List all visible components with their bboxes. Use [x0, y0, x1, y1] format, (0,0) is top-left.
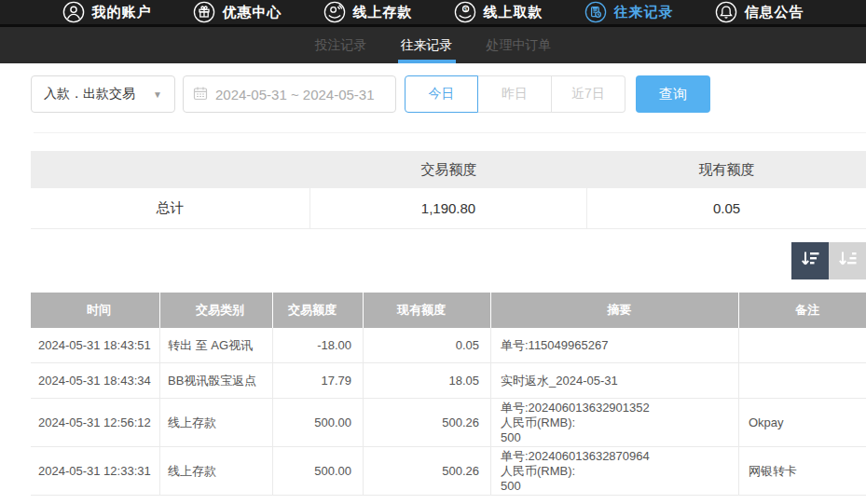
user-icon: [62, 1, 85, 23]
nav-item-promotions[interactable]: 优惠中心: [193, 1, 282, 23]
announcement-icon: [715, 1, 737, 23]
nav-item-online-deposit[interactable]: 线上存款: [323, 1, 413, 23]
sort-ascending-icon: [836, 248, 859, 274]
sort-descending-icon: [799, 248, 821, 274]
summary-line: 单号:202406013632870964: [501, 449, 650, 464]
cell-balance: 18.05: [364, 363, 491, 398]
cell-amount: 500.00: [273, 399, 364, 446]
nav-label: 信息公告: [745, 4, 804, 21]
sort-ascending-button[interactable]: [829, 242, 866, 279]
cell-summary: 单号:202406013632870964 人民币(RMB): 500: [491, 447, 739, 495]
nav-label: 我的账户: [92, 4, 152, 21]
cell-amount: 500.00: [273, 447, 364, 495]
summary-line: 500: [501, 479, 521, 494]
transactions-table: 时间 交易类别 交易额度 现有额度 摘要 备注 2024-05-31 18:43…: [31, 293, 866, 496]
cell-type: 线上存款: [160, 399, 273, 446]
calendar-icon: [193, 86, 208, 103]
summary-header-row: 交易额度 现有额度: [31, 151, 866, 188]
summary-header-amount: 交易额度: [310, 161, 587, 179]
filter-bar: 入款．出款交易 ▼ 2024-05-31 ~ 2024-05-31 今日 昨日 …: [31, 75, 866, 113]
table-row: 2024-05-31 18:43:51 转出 至 AG视讯 -18.00 0.0…: [31, 328, 866, 363]
summary-line: 人民币(RMB):: [501, 415, 575, 430]
nav-item-online-withdrawal[interactable]: $ 线上取款: [454, 1, 543, 23]
nav-label: 线上存款: [353, 4, 413, 21]
record-tabs: 投注记录 往来记录 处理中订单: [0, 27, 866, 63]
cell-summary: 实时返水_2024-05-31: [491, 363, 739, 398]
nav-label: 线上取款: [484, 4, 543, 21]
header-amount: 交易额度: [273, 293, 364, 328]
summary-line: 500: [501, 430, 521, 445]
quick-date-buttons: 今日 昨日 近7日: [405, 75, 625, 113]
sort-controls: [0, 242, 866, 279]
sort-descending-button[interactable]: [791, 242, 829, 279]
total-amount: 1,190.80: [310, 188, 587, 228]
cell-remark: [739, 328, 866, 362]
nav-item-announcements[interactable]: 信息公告: [715, 1, 804, 23]
summary-table: 交易额度 现有额度 总计 1,190.80 0.05: [31, 151, 866, 229]
cell-amount: -18.00: [273, 328, 364, 362]
summary-total-row: 总计 1,190.80 0.05: [31, 188, 866, 229]
summary-line: 人民币(RMB):: [501, 464, 575, 479]
cell-remark: [739, 363, 866, 398]
total-label: 总计: [31, 188, 310, 228]
tab-transaction-records[interactable]: 往来记录: [399, 27, 455, 63]
summary-line: 单号:202406013632901352: [501, 401, 650, 415]
table-header-row: 时间 交易类别 交易额度 现有额度 摘要 备注: [31, 293, 866, 328]
cell-time: 2024-05-31 18:43:51: [31, 328, 160, 362]
cell-remark: Okpay: [739, 399, 866, 446]
cell-balance: 0.05: [364, 328, 491, 362]
header-balance: 现有额度: [364, 293, 491, 328]
cell-summary: 单号:202406013632901352 人民币(RMB): 500: [491, 399, 739, 446]
select-value: 入款．出款交易: [44, 86, 135, 102]
tab-betting-records[interactable]: 投注记录: [313, 27, 369, 63]
cell-type: 转出 至 AG视讯: [160, 328, 273, 362]
header-remark: 备注: [739, 293, 866, 328]
cell-summary: 单号:115049965267: [491, 328, 739, 362]
last-7-days-button[interactable]: 近7日: [552, 75, 625, 113]
transaction-type-select[interactable]: 入款．出款交易 ▼: [31, 75, 175, 113]
cell-time: 2024-05-31 12:33:31: [31, 447, 160, 495]
tab-processing-orders[interactable]: 处理中订单: [485, 27, 554, 63]
table-row: 2024-05-31 12:33:31 线上存款 500.00 500.26 单…: [31, 447, 866, 496]
header-summary: 摘要: [491, 293, 739, 328]
gift-icon: [193, 1, 215, 23]
top-navigation: 我的账户 优惠中心 线上存款 $ 线上取款: [0, 0, 866, 24]
date-range-input[interactable]: 2024-05-31 ~ 2024-05-31: [183, 75, 396, 113]
chevron-down-icon: ▼: [153, 89, 162, 100]
cell-balance: 500.26: [364, 399, 491, 446]
total-balance: 0.05: [587, 188, 866, 228]
cell-time: 2024-05-31 12:56:12: [31, 399, 160, 446]
nav-label: 往来记录: [614, 4, 674, 21]
cell-type: 线上存款: [160, 447, 273, 495]
cell-time: 2024-05-31 18:43:34: [31, 363, 160, 398]
records-icon: [584, 1, 607, 23]
today-button[interactable]: 今日: [405, 75, 478, 113]
deposit-icon: [323, 1, 346, 23]
table-row: 2024-05-31 12:56:12 线上存款 500.00 500.26 单…: [31, 399, 866, 447]
header-time: 时间: [31, 293, 160, 328]
cell-type: BB视讯骰宝返点: [160, 363, 273, 398]
cell-amount: 17.79: [273, 363, 364, 398]
section-divider: [34, 132, 866, 133]
cell-remark: 网银转卡: [739, 447, 866, 495]
summary-header-balance: 现有额度: [587, 161, 866, 179]
date-range-value: 2024-05-31 ~ 2024-05-31: [215, 87, 375, 102]
header-type: 交易类别: [160, 293, 273, 328]
yesterday-button[interactable]: 昨日: [478, 75, 552, 113]
nav-item-transaction-records[interactable]: 往来记录: [584, 1, 674, 23]
withdraw-icon: $: [454, 1, 476, 23]
nav-item-my-account[interactable]: 我的账户: [62, 1, 152, 23]
nav-label: 优惠中心: [223, 4, 282, 21]
table-row: 2024-05-31 18:43:34 BB视讯骰宝返点 17.79 18.05…: [31, 363, 866, 399]
cell-balance: 500.26: [364, 447, 491, 495]
search-button[interactable]: 查询: [636, 75, 710, 113]
